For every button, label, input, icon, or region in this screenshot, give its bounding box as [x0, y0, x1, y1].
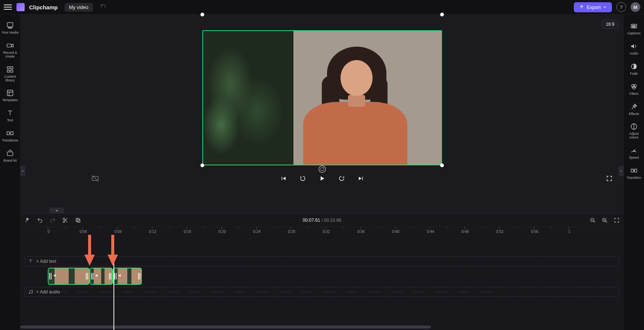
sidebar-item-label: Record & create — [1, 51, 19, 59]
add-text-label: + Add text — [36, 259, 56, 264]
transitions-icon — [6, 129, 14, 137]
right-item-transition[interactable]: Transition — [624, 164, 644, 184]
captions-off-icon[interactable] — [91, 174, 99, 183]
sidebar-item-text[interactable]: Text — [0, 106, 20, 125]
svg-point-19 — [31, 292, 32, 293]
chevron-down-icon — [55, 209, 59, 212]
clip-trim-left[interactable] — [49, 268, 52, 284]
avatar[interactable]: M — [631, 2, 640, 12]
effects-icon — [630, 103, 638, 111]
skip-start-button[interactable] — [279, 174, 287, 183]
right-item-speed[interactable]: Speed — [624, 144, 644, 164]
playhead[interactable] — [113, 235, 114, 330]
svg-rect-5 — [7, 70, 10, 72]
right-item-audio[interactable]: Audio — [624, 40, 644, 59]
right-item-label: Adjust colors — [625, 132, 643, 140]
text-icon — [28, 259, 33, 264]
svg-rect-15 — [76, 218, 79, 221]
forward-5s-button[interactable] — [337, 174, 346, 183]
undo-button[interactable] — [37, 217, 43, 224]
svg-rect-0 — [7, 23, 13, 27]
video-clip-3[interactable] — [113, 268, 142, 285]
project-title[interactable]: My video — [65, 3, 93, 12]
fullscreen-button[interactable] — [606, 175, 613, 182]
cc-icon: CC — [630, 22, 638, 30]
svg-point-27 — [634, 151, 635, 152]
playback-time-display: 00:07.61 / 00:10.86 — [303, 218, 341, 223]
right-item-fade[interactable]: Fade — [624, 60, 644, 80]
sidebar-item-transitions[interactable]: Transitions — [0, 126, 20, 146]
right-item-label: Captions — [627, 32, 641, 35]
total-duration: 00:10.86 — [324, 218, 342, 223]
svg-rect-6 — [11, 70, 13, 72]
clip-trim-right[interactable] — [108, 268, 112, 284]
sidebar-item-record-create[interactable]: Record & create — [0, 38, 20, 62]
sync-status-icon — [100, 3, 106, 11]
sidebar-item-templates[interactable]: Templates — [0, 86, 20, 105]
resize-handle-top-left[interactable] — [200, 13, 204, 16]
right-item-adjust-colors[interactable]: Adjust colors — [624, 120, 644, 143]
sidebar-item-content-library[interactable]: Content library — [0, 62, 20, 85]
timeline-horizontal-scrollbar[interactable] — [20, 326, 624, 329]
zoom-out-button[interactable] — [589, 217, 596, 224]
scrollbar-thumb[interactable] — [20, 326, 431, 329]
clip-volume-icon — [95, 273, 100, 280]
sidebar-item-your-media[interactable]: Your media — [0, 18, 20, 38]
camera-icon — [6, 41, 14, 50]
right-item-label: Speed — [629, 156, 639, 160]
right-item-filters[interactable]: Filters — [624, 80, 644, 100]
sidebar-item-brand-kit[interactable]: Brand kit — [0, 146, 20, 166]
transition-icon — [630, 166, 638, 175]
clip-trim-right[interactable] — [137, 268, 141, 284]
svg-rect-2 — [7, 44, 12, 47]
timeline-collapse-button[interactable] — [49, 208, 64, 214]
clip-trim-right[interactable] — [85, 268, 89, 284]
svg-point-18 — [29, 293, 30, 293]
magic-tool-button[interactable] — [24, 217, 31, 224]
video-preview-canvas[interactable] — [202, 30, 442, 165]
right-item-label: Transition — [626, 176, 641, 180]
zoom-in-button[interactable] — [601, 217, 608, 224]
svg-rect-3 — [7, 66, 10, 69]
clipchamp-logo — [16, 3, 25, 11]
chevron-left-icon — [620, 169, 623, 173]
export-button[interactable]: Export — [574, 2, 612, 12]
timeline-tracks-area[interactable]: + Add text + Add audio — [20, 235, 624, 330]
redo-button[interactable] — [49, 217, 56, 224]
help-button[interactable]: ? — [616, 2, 626, 12]
right-item-label: Effects — [629, 112, 639, 116]
skip-end-button[interactable] — [357, 174, 365, 183]
video-clip-1[interactable] — [48, 268, 90, 285]
preview-frame-content — [203, 31, 441, 165]
hamburger-menu[interactable] — [4, 3, 12, 11]
play-button[interactable] — [318, 174, 326, 183]
sidebar-item-label: Brand kit — [3, 159, 17, 163]
svg-text:CC: CC — [632, 25, 636, 28]
expand-right-panel-button[interactable] — [619, 166, 624, 176]
right-item-label: Audio — [629, 52, 638, 56]
copy-button[interactable] — [75, 217, 81, 224]
clip-trim-left[interactable] — [90, 268, 94, 284]
video-clip-2[interactable] — [90, 268, 113, 285]
right-item-label: Fade — [630, 72, 638, 76]
svg-rect-4 — [11, 66, 13, 69]
aspect-ratio-selector[interactable]: 16:9 — [602, 20, 619, 29]
export-label: Export — [587, 4, 601, 10]
svg-rect-10 — [7, 152, 13, 156]
right-item-captions[interactable]: CC Captions — [624, 20, 644, 39]
sidebar-item-label: Templates — [2, 99, 18, 102]
svg-rect-14 — [77, 219, 80, 222]
text-icon — [6, 109, 14, 117]
right-item-label: Filters — [629, 92, 639, 96]
timeline-ruler[interactable]: 00:040:080:120:160:200:240:280:320:360:4… — [20, 227, 624, 235]
right-item-effects[interactable]: Effects — [624, 100, 644, 120]
sidebar-item-label: Text — [7, 119, 13, 122]
clip-volume-icon — [118, 273, 123, 280]
resize-handle-top-right[interactable] — [440, 13, 444, 16]
svg-rect-1 — [8, 27, 12, 28]
library-icon — [6, 65, 14, 74]
rewind-5s-button[interactable] — [299, 174, 307, 183]
zoom-fit-button[interactable] — [613, 217, 620, 224]
split-button[interactable] — [62, 217, 69, 224]
audio-icon — [630, 42, 638, 50]
